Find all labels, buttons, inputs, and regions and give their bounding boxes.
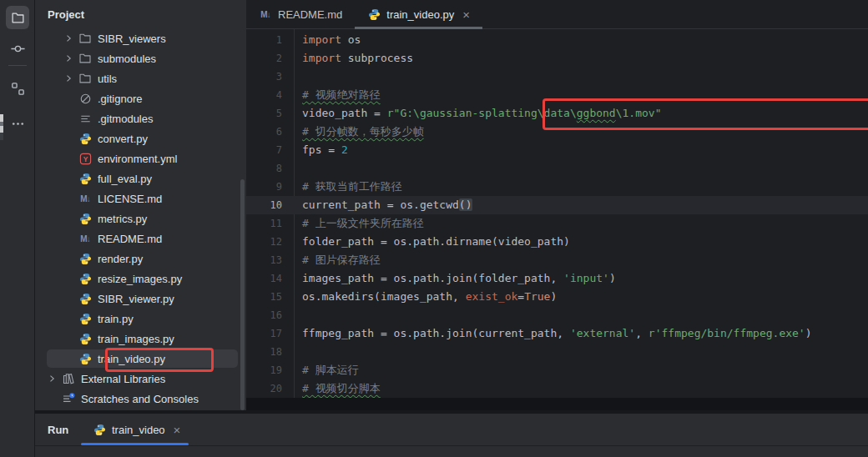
editor-tab-train-video-py[interactable]: train_video.py× bbox=[355, 0, 482, 28]
code-editor[interactable]: 1import os2import subprocess34# 视频绝对路径5v… bbox=[246, 29, 868, 398]
chevron-right-icon[interactable] bbox=[62, 53, 75, 63]
chevron-right-icon[interactable] bbox=[62, 33, 75, 43]
tree-item-label: train_images.py bbox=[98, 333, 174, 345]
code-text bbox=[294, 306, 302, 324]
tree-item-gitignore[interactable]: .gitignore bbox=[35, 88, 246, 108]
structure-icon[interactable] bbox=[6, 77, 29, 100]
close-icon[interactable]: × bbox=[174, 424, 181, 436]
close-icon[interactable]: × bbox=[462, 8, 470, 21]
run-tab-label: train_video bbox=[112, 424, 165, 436]
code-text: folder_path = os.path.dirname(video_path… bbox=[294, 233, 570, 251]
tree-item-label: Scratches and Consoles bbox=[81, 393, 199, 405]
code-text: # 脚本运行 bbox=[294, 361, 359, 379]
project-tree-scrollbar[interactable] bbox=[240, 179, 245, 410]
code-line: 19# 脚本运行 bbox=[246, 361, 868, 379]
tree-item-environment-yml[interactable]: Yenvironment.yml bbox=[35, 148, 246, 168]
code-text: # 图片保存路径 bbox=[294, 251, 381, 269]
folder-icon bbox=[78, 72, 92, 85]
tree-item-train-py[interactable]: train.py bbox=[35, 309, 246, 329]
python-icon bbox=[78, 312, 92, 325]
python-icon bbox=[78, 272, 92, 285]
line-number[interactable]: 13 bbox=[246, 251, 294, 269]
tree-item-readme-md[interactable]: M↓README.md bbox=[35, 228, 246, 249]
tree-item-utils[interactable]: utils bbox=[35, 68, 246, 88]
tree-item-submodules[interactable]: submodules bbox=[35, 48, 246, 68]
markdown-icon: M↓ bbox=[78, 232, 92, 245]
line-number[interactable]: 18 bbox=[246, 343, 294, 361]
tree-item-full-eval-py[interactable]: full_eval.py bbox=[35, 168, 246, 188]
line-number[interactable]: 5 bbox=[246, 104, 294, 123]
line-number[interactable]: 7 bbox=[246, 141, 294, 159]
run-tool-window-header: Run train_video × bbox=[35, 414, 868, 446]
code-line: 18 bbox=[246, 343, 868, 361]
editor-tab-readme-md[interactable]: M↓README.md bbox=[246, 0, 355, 28]
code-line: 14images_path = os.path.join(folder_path… bbox=[246, 269, 868, 288]
tree-item-external-libraries[interactable]: External Libraries bbox=[35, 369, 246, 389]
folder-icon bbox=[78, 32, 92, 45]
code-text: # 视频切分脚本 bbox=[294, 379, 381, 398]
line-number[interactable]: 8 bbox=[246, 159, 294, 178]
code-text: current_path = os.getcwd() bbox=[294, 196, 472, 214]
line-number[interactable]: 17 bbox=[246, 324, 294, 343]
tree-item-license-md[interactable]: M↓LICENSE.md bbox=[35, 188, 246, 208]
tree-item-gitmodules[interactable]: .gitmodules bbox=[35, 108, 246, 128]
tree-item-metrics-py[interactable]: metrics.py bbox=[35, 208, 246, 228]
project-panel-header[interactable]: Project bbox=[35, 0, 246, 28]
line-number[interactable]: 14 bbox=[246, 269, 294, 288]
line-number[interactable]: 12 bbox=[246, 233, 294, 251]
tree-item-sibr-viewers[interactable]: SIBR_viewers bbox=[35, 28, 246, 48]
code-line: 4# 视频绝对路径 bbox=[246, 86, 868, 104]
python-icon bbox=[367, 8, 381, 21]
line-number[interactable]: 4 bbox=[246, 86, 294, 104]
code-text: os.makedirs(images_path, exist_ok=True) bbox=[294, 288, 557, 306]
project-panel: Project SIBR_viewerssubmodulesutils.giti… bbox=[35, 0, 246, 410]
tree-item-label: External Libraries bbox=[81, 373, 165, 385]
scratch-icon bbox=[62, 392, 75, 405]
line-number[interactable]: 9 bbox=[246, 178, 294, 196]
tree-item-scratches-and-consoles[interactable]: Scratches and Consoles bbox=[35, 389, 246, 409]
tree-item-resize-images-py[interactable]: resize_images.py bbox=[35, 269, 246, 289]
more-tools-icon[interactable] bbox=[6, 112, 29, 135]
python-icon bbox=[78, 352, 92, 365]
run-tool-window-title: Run bbox=[35, 424, 68, 436]
tree-item-train-video-py[interactable]: train_video.py bbox=[35, 349, 246, 369]
tree-item-sibr-viewer-py[interactable]: SIBR_viewer.py bbox=[35, 289, 246, 309]
tree-item-train-images-py[interactable]: train_images.py bbox=[35, 329, 246, 349]
code-text: import subprocess bbox=[294, 49, 413, 68]
line-number[interactable]: 11 bbox=[246, 214, 294, 233]
line-number[interactable]: 6 bbox=[246, 123, 294, 141]
tree-item-label: submodules bbox=[98, 53, 156, 65]
chevron-right-icon[interactable] bbox=[62, 73, 75, 83]
line-number[interactable]: 15 bbox=[246, 288, 294, 306]
tree-item-render-py[interactable]: render.py bbox=[35, 249, 246, 269]
line-number[interactable]: 16 bbox=[246, 306, 294, 324]
tree-item-convert-py[interactable]: convert.py bbox=[35, 128, 246, 148]
editor-tab-label: train_video.py bbox=[386, 8, 454, 21]
code-line: 13# 图片保存路径 bbox=[246, 251, 868, 269]
line-number[interactable]: 2 bbox=[246, 49, 294, 68]
editor-tab-bar: M↓README.mdtrain_video.py× bbox=[246, 0, 868, 29]
run-tab-train-video[interactable]: train_video × bbox=[81, 414, 189, 445]
gitmodules-icon bbox=[78, 112, 92, 125]
line-number[interactable]: 1 bbox=[246, 31, 294, 49]
python-icon bbox=[78, 292, 92, 305]
chevron-right-icon[interactable] bbox=[45, 374, 58, 384]
python-icon bbox=[78, 252, 92, 265]
tree-item-label: utils bbox=[98, 73, 117, 85]
line-number[interactable]: 10 bbox=[246, 196, 294, 214]
python-icon bbox=[78, 212, 92, 225]
line-number[interactable]: 20 bbox=[246, 379, 294, 398]
line-number[interactable]: 3 bbox=[246, 68, 294, 86]
tool-window-stripe bbox=[0, 0, 35, 457]
project-folder-icon[interactable] bbox=[6, 6, 29, 29]
code-line: 8 bbox=[246, 159, 868, 178]
line-number[interactable]: 19 bbox=[246, 361, 294, 379]
yaml-icon: Y bbox=[78, 152, 92, 165]
commit-icon[interactable] bbox=[6, 37, 29, 60]
project-panel-title: Project bbox=[48, 8, 84, 21]
markdown-icon: M↓ bbox=[78, 192, 92, 205]
project-tree: SIBR_viewerssubmodulesutils.gitignore.gi… bbox=[35, 28, 246, 409]
markdown-icon: M↓ bbox=[259, 8, 272, 21]
code-text bbox=[294, 68, 302, 86]
code-line: 1import os bbox=[246, 31, 868, 49]
